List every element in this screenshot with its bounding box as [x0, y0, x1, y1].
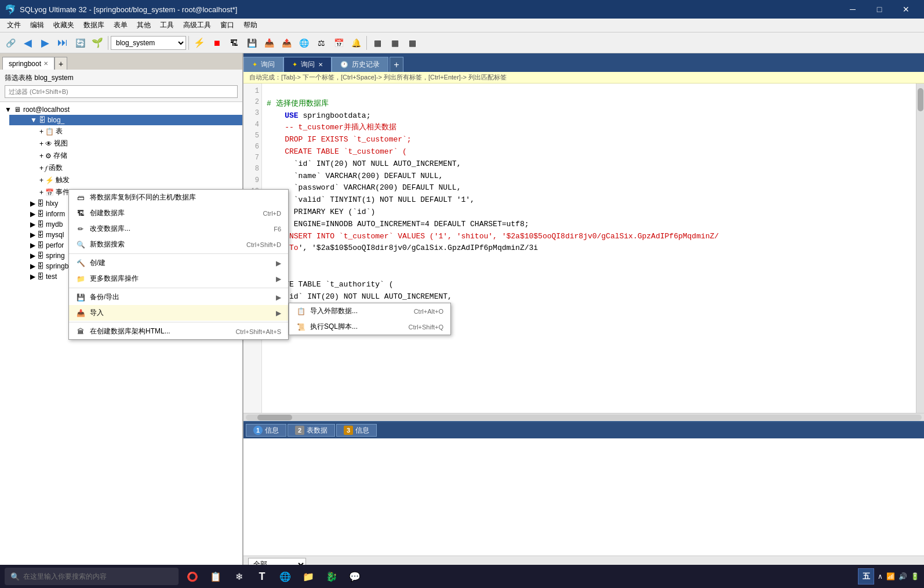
tray-up-icon[interactable]: ∧ — [878, 572, 883, 580]
query-tab-1[interactable]: ✦ 询问 — [243, 57, 283, 72]
menu-advanced-tools[interactable]: 高级工具 — [179, 19, 216, 31]
tab-close-icon[interactable]: ✕ — [43, 60, 48, 67]
tb-grid2[interactable]: ▦ — [387, 35, 403, 51]
taskbar-t-icon[interactable]: T — [253, 567, 271, 586]
ctx-create[interactable]: 🔨 创/建 ▶ — [69, 255, 288, 271]
editor-area[interactable]: 1 2 3 4 5 6 7 8 9 10 11 12 13 14 15 16 1… — [243, 84, 924, 413]
tb-schema[interactable]: 🌱 — [89, 35, 106, 51]
ctx-alter-db[interactable]: ✏ 改变数据库... F6 — [69, 221, 288, 237]
collapse-icon: ▶ — [30, 262, 35, 270]
tree-tables[interactable]: + 📋 表 — [19, 125, 242, 137]
add-query-tab[interactable]: + — [390, 57, 403, 72]
minimize-button[interactable]: ─ — [839, 0, 866, 19]
db-icon: 🗄 — [37, 252, 44, 260]
tb-new-conn[interactable]: 🔗 — [2, 35, 19, 51]
tb-refresh[interactable]: ◀ — [20, 35, 36, 51]
ctx-create-db[interactable]: 🏗 创建数据库 Ctrl+D — [69, 205, 288, 221]
menu-database[interactable]: 数据库 — [79, 19, 109, 31]
tb-new-db[interactable]: 🏗 — [226, 35, 242, 51]
tree-views[interactable]: + 👁 视图 — [19, 137, 242, 150]
db-label: blog_ — [48, 116, 64, 124]
sub-ctx-import-ext[interactable]: 📋 导入外部数据... Ctrl+Alt+O — [289, 303, 450, 319]
ctx-schema-html[interactable]: 🏛 在创建数据库架构HTML... Ctrl+Shift+Alt+S — [69, 324, 288, 339]
restore-button[interactable]: □ — [866, 0, 893, 19]
taskbar-grid-icon[interactable]: 📋 — [206, 567, 225, 586]
filter-input[interactable] — [5, 85, 238, 98]
taskbar-chat-icon[interactable]: 💬 — [345, 567, 364, 586]
menu-tools[interactable]: 工具 — [155, 19, 179, 31]
taskbar-dragon-icon[interactable]: 🐉 — [322, 567, 341, 586]
taskbar-search[interactable]: 🔍 — [5, 568, 179, 585]
title-bar: 🐬 SQLyog Ultimate 32 - [springboot/blog_… — [0, 0, 924, 19]
sub-context-menu: 📋 导入外部数据... Ctrl+Alt+O 📜 执行SQL脚本... Ctrl… — [289, 303, 451, 335]
autocomplete-hint: 自动完成：[Tab]-> 下一个标签，[Ctrl+Space]-> 列出所有标签… — [243, 72, 924, 84]
vertical-scrollbar[interactable] — [916, 84, 924, 413]
collapse-icon: ▶ — [30, 273, 35, 281]
query-tabs: ✦ 询问 ✦ 询问 ✕ 🕐 历史记录 + — [243, 53, 924, 72]
query-tab-history[interactable]: 🕐 历史记录 — [332, 57, 388, 72]
menu-other[interactable]: 其他 — [132, 19, 155, 31]
ctx-copy-db[interactable]: 🗃 将数据库复制到不同的主机/数据库 — [69, 190, 288, 205]
tb-stop[interactable]: ⏹ — [209, 35, 225, 51]
tree-triggers[interactable]: + ⚡ 触发 — [19, 174, 242, 186]
query-tab-2[interactable]: ✦ 询问 ✕ — [283, 57, 332, 72]
tb-reload[interactable]: 🔄 — [72, 35, 88, 51]
tb-schema-html[interactable]: 🌐 — [296, 35, 312, 51]
results-tab-info2[interactable]: 3 信息 — [336, 424, 377, 437]
menu-help[interactable]: 帮助 — [239, 19, 262, 31]
ctx-import[interactable]: 📥 导入 ▶ — [69, 305, 288, 321]
procedures-label: 存储 — [53, 151, 67, 161]
menu-edit[interactable]: 编辑 — [26, 19, 49, 31]
results-tabs: 1 信息 2 表数据 3 信息 — [243, 422, 924, 438]
ctx-search-db[interactable]: 🔍 新数据搜索 Ctrl+Shift+D — [69, 237, 288, 252]
hscroll-thumb[interactable] — [257, 415, 292, 420]
vscroll-thumb[interactable] — [918, 88, 923, 111]
main-area: springboot ✕ + 筛选表格 blog_system ▼ 🖥 root… — [0, 53, 924, 572]
menu-table[interactable]: 表单 — [109, 19, 132, 31]
window-controls[interactable]: ─ □ ✕ — [839, 0, 919, 19]
close-button[interactable]: ✕ — [893, 0, 919, 19]
menu-window[interactable]: 窗口 — [216, 19, 239, 31]
springboot-tab[interactable]: springboot ✕ — [2, 57, 54, 70]
events-label: 事件 — [56, 187, 70, 197]
db-icon: 🗄 — [37, 241, 44, 249]
filter-area: 筛选表格 blog_system — [0, 70, 242, 102]
hscroll-track[interactable] — [246, 415, 922, 420]
results-tab-tabledata[interactable]: 2 表数据 — [288, 424, 335, 437]
taskbar-flower-icon[interactable]: ❄ — [230, 567, 248, 586]
tb-grid3[interactable]: ▦ — [404, 35, 420, 51]
tree-root[interactable]: ▼ 🖥 root@localhost — [0, 104, 242, 115]
tree-procedures[interactable]: + ⚙ 存储 — [19, 150, 242, 162]
ctx-backup[interactable]: 💾 备份/导出 ▶ — [69, 289, 288, 305]
taskbar-ie-icon[interactable]: 🌐 — [276, 567, 294, 586]
sub-ctx-exec-sql[interactable]: 📜 执行SQL脚本... Ctrl+Shift+Q — [289, 319, 450, 335]
menu-file[interactable]: 文件 — [2, 19, 26, 31]
taskbar-search-input[interactable] — [23, 572, 139, 580]
db-icon: 🗄 — [37, 231, 44, 239]
tb-compare[interactable]: ⚖ — [313, 35, 329, 51]
taskbar-circle-icon[interactable]: ⭕ — [183, 567, 202, 586]
query-tab-icon-2: ✦ — [292, 61, 297, 68]
tb-backup[interactable]: 💾 — [243, 35, 260, 51]
taskbar-folder-icon[interactable]: 📁 — [299, 567, 318, 586]
exec-sql-icon: 📜 — [295, 322, 307, 332]
editor-hscroll[interactable] — [243, 413, 924, 421]
tb-notifications[interactable]: 🔔 — [348, 35, 364, 51]
tb-run-query[interactable]: ⚡ — [191, 35, 208, 51]
tree-functions[interactable]: + 𝑓 函数 — [19, 162, 242, 174]
query-tab-close-2[interactable]: ✕ — [318, 61, 323, 68]
tb-play[interactable]: ▶ — [37, 35, 53, 51]
ctx-more-ops[interactable]: 📁 更多数据库操作 ▶ — [69, 271, 288, 286]
tree-node-blog[interactable]: ▼ 🗄 blog_ — [9, 115, 242, 125]
tb-grid1[interactable]: ▦ — [369, 35, 385, 51]
tb-export[interactable]: 📤 — [278, 35, 294, 51]
results-tab-info[interactable]: 1 信息 — [246, 424, 286, 437]
tb-import[interactable]: 📥 — [261, 35, 277, 51]
db-selector[interactable]: blog_system — [111, 36, 186, 50]
menu-favorites[interactable]: 收藏夹 — [49, 19, 79, 31]
code-editor[interactable]: # 选择使用数据库 USE springbootdata; -- t_custo… — [262, 84, 916, 413]
tray-battery-icon: 🔋 — [911, 572, 919, 580]
add-conn-tab[interactable]: + — [54, 57, 67, 70]
tb-skip[interactable]: ⏭ — [54, 35, 71, 51]
tb-scheduler[interactable]: 📅 — [330, 35, 347, 51]
